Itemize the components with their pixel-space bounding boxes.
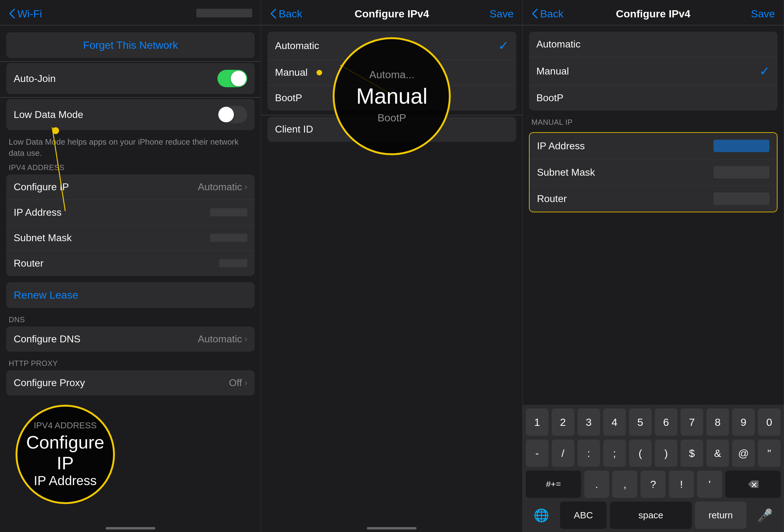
ip-address-value [210, 208, 247, 216]
ssid-bar [196, 9, 252, 18]
key-4[interactable]: 4 [603, 409, 626, 436]
low-data-toggle[interactable] [218, 106, 247, 123]
zoom-circle-1: IPV4 ADDRESS Configure IP IP Address [16, 405, 115, 504]
p3-ip-address-input[interactable] [713, 140, 769, 152]
renew-lease-row[interactable]: Renew Lease [6, 282, 255, 308]
p3-options-group: Automatic Manual ✓ BootP [529, 32, 778, 111]
p3-ip-address-label: IP Address [537, 140, 585, 152]
p3-manual-row[interactable]: Manual ✓ [529, 57, 778, 85]
zoom-header: IPV4 ADDRESS [18, 420, 113, 431]
configure-ip-value: Automatic › [198, 181, 248, 193]
dns-group: Configure DNS Automatic › [6, 327, 255, 352]
key-rparen[interactable]: ) [655, 440, 677, 467]
p2-home-indicator [261, 528, 522, 532]
low-data-row[interactable]: Low Data Mode [6, 99, 255, 130]
renew-lease-label[interactable]: Renew Lease [14, 289, 78, 301]
key-2[interactable]: 2 [552, 409, 574, 436]
p2-nav-bar: Back Configure IPv4 Save [261, 0, 522, 25]
ip-address-label: IP Address [14, 207, 61, 218]
p3-bootp-row[interactable]: BootP [529, 85, 778, 111]
keyboard-row-numbers: 1 2 3 4 5 6 7 8 9 0 [526, 409, 781, 436]
p3-ip-address-row[interactable]: IP Address [530, 133, 777, 159]
key-mic[interactable]: 🎤 [750, 506, 781, 525]
forget-network-label[interactable]: Forget This Network [14, 39, 247, 51]
http-proxy-section-header: HTTP PROXY [0, 355, 261, 370]
auto-join-row[interactable]: Auto-Join [6, 63, 255, 94]
configure-proxy-value: Off › [229, 377, 247, 389]
key-globe[interactable]: 🌐 [526, 506, 557, 525]
configure-ip-row[interactable]: Configure IP Automatic › [6, 174, 255, 200]
key-hashplus[interactable]: #+= [526, 471, 581, 498]
p2-bootp-row[interactable]: BootP [268, 85, 516, 111]
panel-configure-ipv4-middle: Back Configure IPv4 Save Automatic ✓ Man… [261, 0, 523, 532]
key-comma[interactable]: , [612, 471, 637, 498]
key-amp[interactable]: & [706, 440, 729, 467]
auto-join-toggle[interactable] [218, 70, 247, 87]
p2-options-group: Automatic ✓ Manual BootP [268, 32, 516, 111]
p2-manual-row[interactable]: Manual [268, 60, 516, 85]
p3-router-row[interactable]: Router [530, 186, 777, 212]
key-0[interactable]: 0 [758, 409, 781, 436]
key-semicolon[interactable]: ; [603, 440, 626, 467]
manual-ip-section: IP Address Subnet Mask Router [529, 132, 778, 212]
p2-client-id-row[interactable]: Client ID [268, 117, 516, 142]
home-indicator [0, 528, 261, 532]
p2-back-button[interactable]: Back [270, 8, 302, 20]
yellow-dot-manual [316, 70, 322, 76]
p3-router-input[interactable] [713, 193, 769, 205]
configure-ip-chevron: › [245, 182, 247, 192]
low-data-group: Low Data Mode [6, 99, 255, 130]
ip-address-row: IP Address [6, 200, 255, 225]
subnet-mask-value [210, 234, 247, 242]
router-value [219, 259, 247, 267]
key-exclaim[interactable]: ! [669, 471, 694, 498]
home-bar [106, 527, 155, 530]
p3-back-button[interactable]: Back [531, 8, 564, 20]
key-question[interactable]: ? [641, 471, 666, 498]
p3-automatic-row[interactable]: Automatic [529, 32, 778, 57]
router-label: Router [14, 258, 44, 269]
p2-save-button[interactable]: Save [489, 8, 514, 20]
key-at[interactable]: @ [732, 440, 755, 467]
router-row: Router [6, 251, 255, 276]
key-abc[interactable]: ABC [560, 502, 607, 529]
key-9[interactable]: 9 [732, 409, 755, 436]
key-1[interactable]: 1 [526, 409, 549, 436]
key-quote[interactable]: " [758, 440, 781, 467]
dns-section-header: DNS [0, 311, 261, 327]
configure-proxy-row[interactable]: Configure Proxy Off › [6, 370, 255, 395]
configure-dns-label: Configure DNS [14, 333, 80, 345]
p3-subnet-mask-label: Subnet Mask [537, 167, 595, 178]
key-3[interactable]: 3 [578, 409, 600, 436]
p3-subnet-mask-input[interactable] [713, 166, 769, 178]
p2-automatic-check: ✓ [498, 38, 509, 53]
wifi-back-button[interactable]: Wi-Fi [9, 8, 42, 20]
key-7[interactable]: 7 [680, 409, 703, 436]
p3-save-button[interactable]: Save [751, 8, 775, 20]
key-5[interactable]: 5 [629, 409, 652, 436]
key-colon[interactable]: : [578, 440, 600, 467]
key-backspace[interactable] [725, 471, 781, 498]
panel-configure-ipv4-right: Back Configure IPv4 Save Automatic Manua… [523, 0, 784, 532]
key-lparen[interactable]: ( [629, 440, 652, 467]
wifi-nav-bar: Wi-Fi [0, 0, 261, 25]
key-slash[interactable]: / [552, 440, 574, 467]
configure-proxy-chevron: › [245, 378, 247, 388]
key-dash[interactable]: - [526, 440, 549, 467]
key-8[interactable]: 8 [706, 409, 729, 436]
key-dollar[interactable]: $ [680, 440, 703, 467]
http-proxy-group: Configure Proxy Off › [6, 370, 255, 395]
key-period[interactable]: . [584, 471, 610, 498]
p2-automatic-row[interactable]: Automatic ✓ [268, 32, 516, 60]
zoom-ip-address: IP Address [18, 473, 113, 488]
key-apostrophe[interactable]: ' [697, 471, 722, 498]
key-space[interactable]: space [610, 502, 692, 529]
configure-dns-row[interactable]: Configure DNS Automatic › [6, 327, 255, 352]
p2-back-label: Back [279, 8, 302, 20]
key-6[interactable]: 6 [655, 409, 677, 436]
p3-subnet-mask-row[interactable]: Subnet Mask [530, 159, 777, 186]
p3-bootp-label: BootP [536, 92, 563, 104]
key-return[interactable]: return [695, 502, 747, 529]
forget-network-row[interactable]: Forget This Network [6, 32, 255, 58]
low-data-description: Low Data Mode helps apps on your iPhone … [0, 133, 261, 159]
